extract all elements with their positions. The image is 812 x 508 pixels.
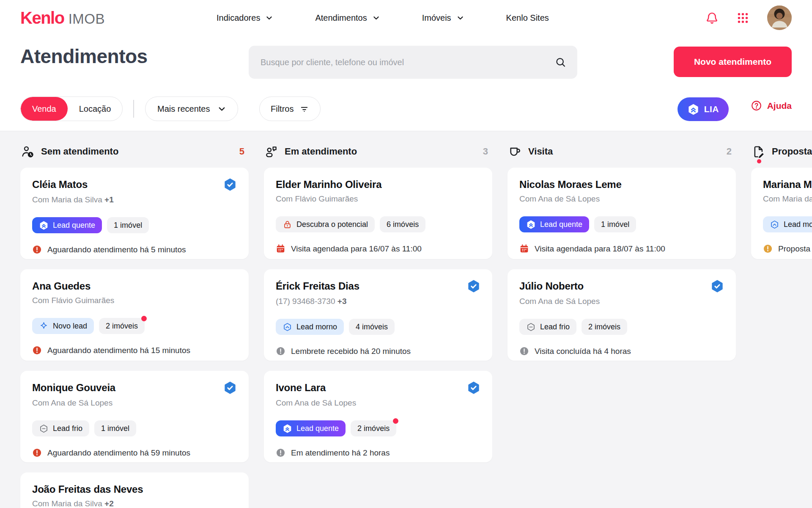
card-status: Visita concluída há 4 horas xyxy=(519,346,724,356)
coffee-cup-icon xyxy=(508,145,521,158)
user-avatar[interactable] xyxy=(767,6,792,30)
calendar-icon xyxy=(276,244,285,254)
nav-label: Indicadores xyxy=(217,13,260,23)
calendar-icon xyxy=(519,244,529,254)
chevron-down-icon xyxy=(373,14,380,22)
nav-item-imoveis[interactable]: Imóveis xyxy=(422,13,464,23)
notifications-bell-icon[interactable] xyxy=(705,11,719,25)
card-owner: Com Ana de Sá Lopes xyxy=(32,398,237,408)
card-owner: Com Ana de Sá Lopes xyxy=(276,398,480,408)
kanban-card[interactable]: Nicolas Moraes Leme Com Ana de Sá Lopes … xyxy=(508,168,736,259)
segment-control: Venda Locação xyxy=(20,97,123,121)
help-button[interactable]: Ajuda xyxy=(751,100,792,111)
alert-icon xyxy=(32,345,42,355)
lead-badge[interactable]: Lead quente xyxy=(32,217,102,233)
kanban-card[interactable]: Júlio Noberto Com Ana de Sá Lopes Lead f… xyxy=(508,269,736,361)
search-input[interactable] xyxy=(249,46,577,79)
selected-check-icon[interactable] xyxy=(710,279,724,293)
selected-check-icon[interactable] xyxy=(223,381,237,395)
selected-check-icon[interactable] xyxy=(223,178,237,191)
properties-badge[interactable]: 1 imóvel xyxy=(94,420,136,436)
brand-logo[interactable]: Kenlo IMOB xyxy=(20,8,105,28)
hexagon-minus-icon xyxy=(39,424,49,433)
kanban-card[interactable]: Ana Guedes Com Flávio Guimarães Novo lea… xyxy=(20,269,249,361)
card-name: Monique Gouveia xyxy=(32,382,115,394)
lead-badge[interactable]: Lead frio xyxy=(519,319,576,335)
search-icon[interactable] xyxy=(555,57,566,68)
page-title: Atendimentos xyxy=(20,45,148,68)
page-header: Atendimentos Novo atendimento xyxy=(0,36,812,81)
column-title: Visita xyxy=(528,146,553,157)
lead-badge[interactable]: Novo lead xyxy=(32,318,94,334)
properties-badge[interactable]: 1 imóvel xyxy=(107,217,149,233)
hexagon-double-chevron-icon xyxy=(39,221,49,230)
properties-badge[interactable]: 4 imóveis xyxy=(349,319,395,335)
nav-item-kenlo-sites[interactable]: Kenlo Sites xyxy=(506,13,549,23)
toolbar: Venda Locação Mais recentes Filtros LIA … xyxy=(0,81,812,131)
card-owner: Com Maria da Silva +2 xyxy=(32,499,237,508)
properties-badge[interactable]: 2 imóveis xyxy=(582,319,627,335)
card-owner-extra: +2 xyxy=(104,499,114,508)
card-name: Ivone Lara xyxy=(276,382,326,394)
card-owner: Com Ana de Sá Lopes xyxy=(519,297,724,306)
lead-badge[interactable]: Lead quente xyxy=(276,420,346,436)
sparkle-icon xyxy=(39,321,49,331)
main-nav: Indicadores Atendimentos Imóveis Kenlo S… xyxy=(217,0,549,36)
column-count: 5 xyxy=(239,146,244,157)
properties-badge[interactable]: 2 imóveis xyxy=(351,420,396,436)
lead-badge[interactable]: Descubra o potencial xyxy=(276,216,375,232)
properties-badge[interactable]: 2 imóveis xyxy=(99,318,145,334)
kanban-card[interactable]: Elder Marinho Oliveira Com Flávio Guimar… xyxy=(264,168,492,259)
hexagon-minus-icon xyxy=(526,322,536,332)
kanban-card[interactable]: Monique Gouveia Com Ana de Sá Lopes Lead… xyxy=(20,371,249,462)
column-title: Proposta xyxy=(772,146,812,157)
nav-item-indicadores[interactable]: Indicadores xyxy=(217,13,273,23)
alert-icon xyxy=(32,245,42,254)
lead-badge[interactable]: Lead quente xyxy=(519,216,589,232)
notification-dot xyxy=(757,159,761,163)
lead-badge[interactable]: Lead frio xyxy=(32,420,89,436)
alert-icon xyxy=(763,244,773,254)
properties-badge[interactable]: 1 imóvel xyxy=(594,216,636,232)
sort-dropdown[interactable]: Mais recentes xyxy=(145,97,238,121)
card-name: Mariana Me xyxy=(763,179,812,190)
lead-badge[interactable]: Lead mor xyxy=(763,216,812,232)
card-owner: Com Flávio Guimarães xyxy=(32,296,237,305)
kanban-card[interactable]: Mariana Me Com Maria da S Lead mor Propo… xyxy=(751,168,812,259)
properties-badge[interactable]: 6 imóveis xyxy=(380,216,425,232)
nav-item-atendimentos[interactable]: Atendimentos xyxy=(315,13,379,23)
new-atendimento-button[interactable]: Novo atendimento xyxy=(674,47,792,77)
kanban-card[interactable]: Ivone Lara Com Ana de Sá Lopes Lead quen… xyxy=(264,371,492,462)
column-em-atendimento: Em atendimento 3 Elder Marinho Oliveira … xyxy=(264,131,492,508)
card-name: Érick Freitas Dias xyxy=(276,280,359,292)
kanban-card[interactable]: João Freitas das Neves Com Maria da Silv… xyxy=(20,472,249,508)
sort-label: Mais recentes xyxy=(157,104,210,114)
selected-check-icon[interactable] xyxy=(467,381,480,395)
card-name: Ana Guedes xyxy=(32,280,91,292)
nav-label: Kenlo Sites xyxy=(506,13,549,23)
kanban-board: Sem atendimento 5 Cléia Matos Com Maria … xyxy=(0,131,812,508)
kanban-card[interactable]: Érick Freitas Dias (17) 93468-3730 +3 Le… xyxy=(264,269,492,361)
hexagon-chevron-icon xyxy=(770,220,779,229)
lead-badge[interactable]: Lead morno xyxy=(276,319,344,335)
card-status: Visita agendada para 18/07 às 11:00 xyxy=(519,244,724,254)
column-header: Em atendimento 3 xyxy=(264,131,492,159)
lia-button[interactable]: LIA xyxy=(678,97,729,121)
card-name: Nicolas Moraes Leme xyxy=(519,179,622,190)
card-status: Aguardando atendimento há 5 minutos xyxy=(32,245,237,254)
hexagon-double-chevron-icon xyxy=(526,220,536,229)
selected-check-icon[interactable] xyxy=(467,279,480,293)
nav-label: Atendimentos xyxy=(315,13,367,23)
filters-button[interactable]: Filtros xyxy=(259,97,321,121)
segment-locacao[interactable]: Locação xyxy=(68,97,123,121)
column-count: 2 xyxy=(727,146,732,157)
apps-grid-icon[interactable] xyxy=(736,11,749,25)
toolbar-divider xyxy=(133,100,134,118)
kanban-card[interactable]: Cléia Matos Com Maria da Silva +1 Lead q… xyxy=(20,168,249,259)
card-owner: Com Maria da Silva +1 xyxy=(32,195,237,204)
lock-icon xyxy=(283,220,292,229)
card-name: Elder Marinho Oliveira xyxy=(276,179,381,190)
segment-venda[interactable]: Venda xyxy=(21,97,68,121)
column-proposta: Proposta Mariana Me Com Maria da S Lead … xyxy=(751,131,812,508)
chevron-down-icon xyxy=(266,14,273,22)
